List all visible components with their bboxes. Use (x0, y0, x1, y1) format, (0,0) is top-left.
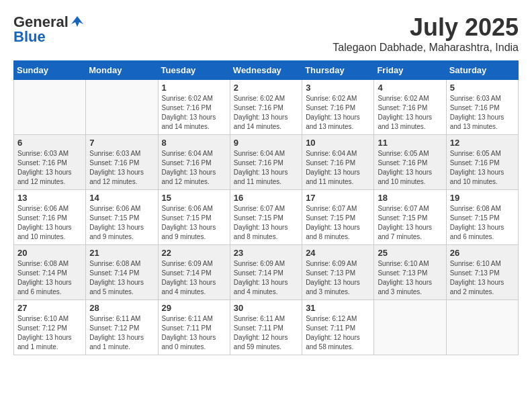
calendar-cell: 30Sunrise: 6:11 AM Sunset: 7:11 PM Dayli… (230, 300, 302, 355)
title-section: July 2025 Talegaon Dabhade, Maharashtra,… (332, 13, 519, 54)
day-info: Sunrise: 6:03 AM Sunset: 7:16 PM Dayligh… (17, 149, 82, 187)
day-number: 23 (234, 248, 298, 258)
weekday-header-tuesday: Tuesday (158, 61, 230, 80)
day-number: 6 (17, 138, 82, 148)
calendar-cell: 2Sunrise: 6:02 AM Sunset: 7:16 PM Daylig… (230, 80, 302, 135)
day-info: Sunrise: 6:04 AM Sunset: 7:16 PM Dayligh… (306, 149, 370, 187)
day-number: 24 (306, 248, 370, 258)
day-number: 30 (234, 303, 298, 313)
calendar-cell: 26Sunrise: 6:10 AM Sunset: 7:13 PM Dayli… (446, 245, 518, 300)
day-info: Sunrise: 6:09 AM Sunset: 7:13 PM Dayligh… (306, 259, 370, 297)
page-header: General Blue July 2025 Talegaon Dabhade,… (13, 13, 519, 54)
day-number: 9 (234, 138, 298, 148)
day-info: Sunrise: 6:07 AM Sunset: 7:15 PM Dayligh… (306, 204, 370, 242)
day-number: 20 (17, 248, 82, 258)
day-info: Sunrise: 6:10 AM Sunset: 7:12 PM Dayligh… (17, 314, 82, 352)
day-number: 19 (450, 193, 515, 203)
day-number: 14 (89, 193, 154, 203)
day-number: 15 (162, 193, 226, 203)
weekday-header-sunday: Sunday (14, 61, 86, 80)
calendar-week-row: 13Sunrise: 6:06 AM Sunset: 7:16 PM Dayli… (14, 190, 519, 245)
day-number: 25 (378, 248, 442, 258)
logo-blue-text: Blue (13, 28, 46, 46)
day-info: Sunrise: 6:10 AM Sunset: 7:13 PM Dayligh… (378, 259, 442, 297)
weekday-header-monday: Monday (86, 61, 158, 80)
calendar-cell: 8Sunrise: 6:04 AM Sunset: 7:16 PM Daylig… (158, 135, 230, 190)
day-info: Sunrise: 6:07 AM Sunset: 7:15 PM Dayligh… (234, 204, 298, 242)
day-info: Sunrise: 6:03 AM Sunset: 7:16 PM Dayligh… (450, 94, 515, 132)
calendar-cell: 3Sunrise: 6:02 AM Sunset: 7:16 PM Daylig… (302, 80, 374, 135)
calendar-cell: 20Sunrise: 6:08 AM Sunset: 7:14 PM Dayli… (14, 245, 86, 300)
calendar-cell: 17Sunrise: 6:07 AM Sunset: 7:15 PM Dayli… (302, 190, 374, 245)
day-number: 29 (162, 303, 226, 313)
calendar-table: SundayMondayTuesdayWednesdayThursdayFrid… (13, 60, 519, 355)
day-info: Sunrise: 6:08 AM Sunset: 7:14 PM Dayligh… (17, 259, 82, 297)
day-info: Sunrise: 6:06 AM Sunset: 7:15 PM Dayligh… (89, 204, 154, 242)
day-info: Sunrise: 6:08 AM Sunset: 7:15 PM Dayligh… (450, 204, 515, 242)
day-info: Sunrise: 6:11 AM Sunset: 7:11 PM Dayligh… (234, 314, 298, 352)
day-number: 21 (89, 248, 154, 258)
day-info: Sunrise: 6:02 AM Sunset: 7:16 PM Dayligh… (306, 94, 370, 132)
day-info: Sunrise: 6:03 AM Sunset: 7:16 PM Dayligh… (89, 149, 154, 187)
weekday-header-saturday: Saturday (446, 61, 518, 80)
calendar-cell: 29Sunrise: 6:11 AM Sunset: 7:11 PM Dayli… (158, 300, 230, 355)
calendar-cell: 10Sunrise: 6:04 AM Sunset: 7:16 PM Dayli… (302, 135, 374, 190)
day-number: 28 (89, 303, 154, 313)
calendar-cell: 23Sunrise: 6:09 AM Sunset: 7:14 PM Dayli… (230, 245, 302, 300)
day-info: Sunrise: 6:09 AM Sunset: 7:14 PM Dayligh… (234, 259, 298, 297)
day-info: Sunrise: 6:08 AM Sunset: 7:14 PM Dayligh… (89, 259, 154, 297)
day-info: Sunrise: 6:04 AM Sunset: 7:16 PM Dayligh… (162, 149, 226, 187)
calendar-cell: 7Sunrise: 6:03 AM Sunset: 7:16 PM Daylig… (86, 135, 158, 190)
day-info: Sunrise: 6:07 AM Sunset: 7:15 PM Dayligh… (378, 204, 442, 242)
day-number: 12 (450, 138, 515, 148)
day-number: 22 (162, 248, 226, 258)
weekday-header-friday: Friday (374, 61, 446, 80)
day-number: 3 (306, 83, 370, 93)
day-info: Sunrise: 6:02 AM Sunset: 7:16 PM Dayligh… (162, 94, 226, 132)
logo-bird-icon (70, 15, 85, 30)
calendar-cell (446, 300, 518, 355)
calendar-cell: 6Sunrise: 6:03 AM Sunset: 7:16 PM Daylig… (14, 135, 86, 190)
calendar-cell: 11Sunrise: 6:05 AM Sunset: 7:16 PM Dayli… (374, 135, 446, 190)
calendar-cell: 24Sunrise: 6:09 AM Sunset: 7:13 PM Dayli… (302, 245, 374, 300)
calendar-cell: 18Sunrise: 6:07 AM Sunset: 7:15 PM Dayli… (374, 190, 446, 245)
day-number: 8 (162, 138, 226, 148)
calendar-week-row: 20Sunrise: 6:08 AM Sunset: 7:14 PM Dayli… (14, 245, 519, 300)
day-number: 31 (306, 303, 370, 313)
day-number: 16 (234, 193, 298, 203)
day-info: Sunrise: 6:06 AM Sunset: 7:16 PM Dayligh… (17, 204, 82, 242)
day-number: 1 (162, 83, 226, 93)
day-number: 27 (17, 303, 82, 313)
weekday-header-row: SundayMondayTuesdayWednesdayThursdayFrid… (14, 61, 519, 80)
calendar-cell (374, 300, 446, 355)
calendar-week-row: 27Sunrise: 6:10 AM Sunset: 7:12 PM Dayli… (14, 300, 519, 355)
calendar-cell: 5Sunrise: 6:03 AM Sunset: 7:16 PM Daylig… (446, 80, 518, 135)
calendar-cell: 22Sunrise: 6:09 AM Sunset: 7:14 PM Dayli… (158, 245, 230, 300)
day-number: 13 (17, 193, 82, 203)
calendar-cell: 12Sunrise: 6:05 AM Sunset: 7:16 PM Dayli… (446, 135, 518, 190)
location-title: Talegaon Dabhade, Maharashtra, India (332, 42, 519, 54)
calendar-cell: 21Sunrise: 6:08 AM Sunset: 7:14 PM Dayli… (86, 245, 158, 300)
month-title: July 2025 (332, 13, 519, 42)
calendar-cell: 25Sunrise: 6:10 AM Sunset: 7:13 PM Dayli… (374, 245, 446, 300)
calendar-cell: 4Sunrise: 6:02 AM Sunset: 7:16 PM Daylig… (374, 80, 446, 135)
calendar-cell: 14Sunrise: 6:06 AM Sunset: 7:15 PM Dayli… (86, 190, 158, 245)
svg-marker-0 (71, 16, 83, 27)
calendar-cell: 28Sunrise: 6:11 AM Sunset: 7:12 PM Dayli… (86, 300, 158, 355)
day-info: Sunrise: 6:05 AM Sunset: 7:16 PM Dayligh… (450, 149, 515, 187)
day-number: 5 (450, 83, 515, 93)
calendar-week-row: 1Sunrise: 6:02 AM Sunset: 7:16 PM Daylig… (14, 80, 519, 135)
calendar-cell: 15Sunrise: 6:06 AM Sunset: 7:15 PM Dayli… (158, 190, 230, 245)
day-info: Sunrise: 6:04 AM Sunset: 7:16 PM Dayligh… (234, 149, 298, 187)
calendar-cell: 16Sunrise: 6:07 AM Sunset: 7:15 PM Dayli… (230, 190, 302, 245)
day-info: Sunrise: 6:11 AM Sunset: 7:11 PM Dayligh… (162, 314, 226, 352)
calendar-week-row: 6Sunrise: 6:03 AM Sunset: 7:16 PM Daylig… (14, 135, 519, 190)
day-number: 2 (234, 83, 298, 93)
weekday-header-wednesday: Wednesday (230, 61, 302, 80)
day-number: 26 (450, 248, 515, 258)
day-info: Sunrise: 6:06 AM Sunset: 7:15 PM Dayligh… (162, 204, 226, 242)
calendar-cell: 27Sunrise: 6:10 AM Sunset: 7:12 PM Dayli… (14, 300, 86, 355)
day-number: 17 (306, 193, 370, 203)
day-number: 7 (89, 138, 154, 148)
calendar-cell (14, 80, 86, 135)
